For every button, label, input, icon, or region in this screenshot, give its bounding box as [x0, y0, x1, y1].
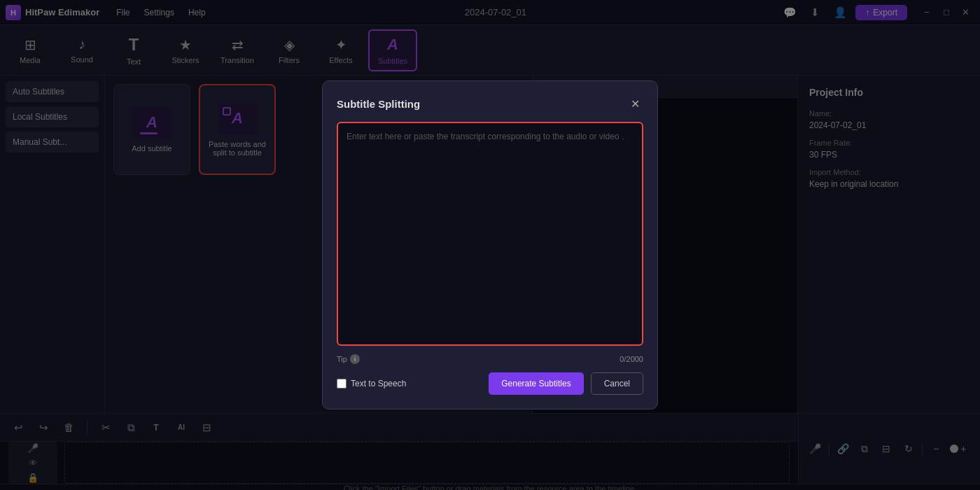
subtitle-splitting-modal: Subtitle Splitting ✕ Tip i 0/2000 Text t… [322, 80, 658, 410]
modal-footer-info: Tip i 0/2000 [337, 354, 643, 364]
tts-checkbox-label[interactable]: Text to Speech [337, 379, 406, 388]
modal-header: Subtitle Splitting ✕ [337, 95, 643, 112]
info-icon: i [350, 354, 360, 364]
cancel-button[interactable]: Cancel [591, 372, 643, 395]
modal-close-button[interactable]: ✕ [626, 95, 643, 112]
modal-overlay: Subtitle Splitting ✕ Tip i 0/2000 Text t… [0, 0, 980, 490]
tts-checkbox-input[interactable] [337, 379, 346, 388]
modal-title: Subtitle Splitting [337, 98, 420, 110]
tip-label: Tip i [337, 354, 360, 364]
modal-buttons: Generate Subtitles Cancel [489, 372, 643, 395]
modal-actions: Text to Speech Generate Subtitles Cancel [337, 372, 643, 395]
char-count: 0/2000 [620, 355, 643, 363]
generate-subtitles-button[interactable]: Generate Subtitles [489, 372, 583, 395]
subtitle-text-input[interactable] [337, 122, 643, 346]
